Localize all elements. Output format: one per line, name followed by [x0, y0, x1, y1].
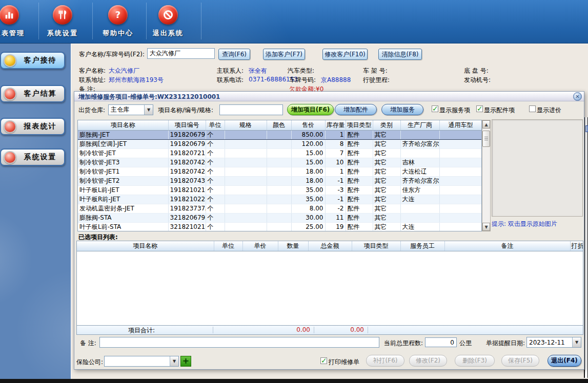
print-order-checkbox[interactable]: [320, 357, 327, 364]
column-header[interactable]: 数量: [278, 241, 308, 251]
table-row[interactable]: 膨胀阀[空调]-JET191820679E个120.008配件其它齐齐哈尔富尔: [78, 139, 482, 148]
table-cell: 配件: [346, 185, 373, 195]
column-header[interactable]: 颜色: [267, 120, 291, 130]
scrollbar-thumb[interactable]: [482, 131, 490, 147]
show-cost-checkbox[interactable]: [529, 105, 536, 112]
items-table-scrollbar[interactable]: ▲ ▼: [482, 120, 491, 231]
column-header[interactable]: 规格: [225, 120, 267, 130]
column-header[interactable]: 项目类型: [352, 241, 400, 251]
remind-date-select[interactable]: 2023-12-11 ▼: [526, 337, 581, 348]
table-row[interactable]: 发动机盖密封条-JET191823737A个8.00-2配件其它: [78, 204, 482, 213]
table-row[interactable]: 制冷软管-JET3191820742C个15.0010配件其它吉林: [78, 158, 482, 167]
add-insurance-icon[interactable]: +: [180, 356, 191, 367]
column-header[interactable]: 服务员工: [400, 241, 444, 251]
table-cell: [225, 204, 267, 213]
chevron-down-icon[interactable]: ▼: [144, 105, 153, 115]
chevron-down-icon[interactable]: ▼: [572, 337, 581, 347]
table-row[interactable]: 叶子板R前-JET191821022E个35.00-1配件其它大连: [78, 195, 482, 204]
close-icon[interactable]: ✕: [573, 92, 582, 101]
chevron-down-icon[interactable]: ▼: [170, 356, 178, 366]
odometer-input[interactable]: [425, 337, 457, 347]
toolbar-item-help[interactable]: ? 帮助中心: [90, 4, 146, 38]
table-cell: 35.00: [291, 185, 325, 195]
warehouse-label: 出货仓库:: [78, 106, 105, 115]
warehouse-select[interactable]: 主仓库 ▼: [108, 104, 153, 115]
edit-customer-button[interactable]: 修改客户(F10): [322, 49, 368, 60]
column-header[interactable]: 项目名称: [78, 120, 168, 130]
table-cell: 配件: [346, 148, 373, 158]
table-cell: [267, 139, 291, 148]
table-cell: [400, 213, 439, 222]
column-header[interactable]: 备注: [444, 241, 570, 251]
table-cell: 191820742H: [168, 167, 206, 176]
column-header[interactable]: 项目编号: [168, 120, 206, 130]
toolbar-item-exit[interactable]: 退出系统: [140, 4, 196, 38]
show-services-checkbox[interactable]: [432, 105, 438, 112]
column-header[interactable]: 单价: [242, 241, 278, 251]
column-header[interactable]: 售价: [291, 120, 325, 130]
part-image-preview[interactable]: [492, 119, 583, 217]
table-cell: 15.00: [291, 148, 325, 158]
column-header[interactable]: 单位: [206, 120, 225, 130]
table-cell: [400, 204, 439, 213]
add-service-button[interactable]: 增加服务: [381, 104, 423, 115]
reprint-button[interactable]: 补打(F6): [366, 355, 404, 367]
show-cost-label: 显示进价: [537, 106, 561, 115]
table-cell: 膨胀阀[空调]-JET: [78, 139, 168, 148]
sidebar-item-report-statistics[interactable]: 报表统计: [0, 118, 65, 135]
insurance-select[interactable]: ▼: [104, 356, 179, 367]
column-header[interactable]: 库存量: [325, 120, 346, 130]
table-cell: 配件: [346, 158, 373, 167]
table-row[interactable]: 叶子板L前-JET191821021E个35.00-3配件其它佳东方: [78, 185, 482, 195]
column-header[interactable]: 项目类型: [346, 120, 373, 130]
table-cell: [439, 204, 482, 213]
table-cell: 个: [206, 176, 225, 185]
table-row[interactable]: 制冷软管-JET191820721个15.007配件其它: [78, 148, 482, 158]
column-header[interactable]: 通用车型: [439, 120, 482, 130]
modify-button[interactable]: 修改(F2): [409, 355, 447, 367]
query-button[interactable]: 查询(F6): [218, 49, 250, 60]
toolbar-separator: [201, 3, 201, 39]
clear-info-button[interactable]: 清除信息(F8): [378, 49, 422, 60]
add-repair-item-dialog: 增加维修服务项目-维修单号:WX231212010001 ✕ 出货仓库: 主仓库…: [74, 91, 584, 370]
column-header[interactable]: 生产厂商: [400, 120, 439, 130]
scroll-down-icon[interactable]: ▼: [482, 223, 490, 231]
column-header[interactable]: 打折率: [570, 241, 583, 251]
column-header[interactable]: 类别: [373, 120, 400, 130]
table-cell: 大连: [400, 222, 439, 231]
table-row[interactable]: 制冷软管-JET1191820742H个18.001配件其它大连松辽: [78, 167, 482, 176]
table-cell: [439, 167, 482, 176]
scroll-up-icon[interactable]: ▲: [482, 120, 490, 129]
table-row[interactable]: 叶子板L前-STA321821021N个25.0019配件其它大连: [78, 222, 482, 231]
item-search-input[interactable]: [219, 104, 283, 115]
show-parts-checkbox[interactable]: [476, 105, 483, 112]
add-part-button[interactable]: 增加配件: [335, 104, 377, 115]
column-header[interactable]: 单位: [214, 241, 242, 251]
add-item-button[interactable]: 增加项目(F6): [287, 104, 334, 115]
table-row[interactable]: 膨胀阀-STA321820679B个30.0011配件其它: [78, 213, 482, 222]
save-button[interactable]: 保存(F5): [501, 355, 539, 367]
column-header[interactable]: 项目名称: [77, 241, 214, 251]
sidebar-item-customer-settlement[interactable]: 客户结算: [0, 85, 65, 102]
sidebar-item-customer-reception[interactable]: 客户接待: [0, 52, 65, 69]
table-cell: [267, 185, 291, 195]
sidebar-item-system-settings[interactable]: 系统设置: [0, 148, 65, 166]
table-row[interactable]: 膨胀阀-JET191820679个850.001配件其它: [78, 130, 482, 139]
divider: [368, 327, 368, 333]
column-header[interactable]: 总金额: [308, 241, 352, 251]
toolbar-item-reports[interactable]: 报表管理: [0, 4, 37, 38]
table-row[interactable]: 制冷软管-JET2191820743K个18.00-1配件其它齐齐哈尔富尔: [78, 176, 482, 185]
add-customer-button[interactable]: 添加客户(F7): [263, 49, 305, 60]
toolbar-item-settings[interactable]: 系统设置: [34, 4, 91, 38]
exit-button[interactable]: 退出(F4): [548, 355, 581, 367]
dialog-titlebar[interactable]: 增加维修服务项目-维修单号:WX231212010001 ✕: [74, 92, 584, 101]
table-cell: 膨胀阀-STA: [78, 213, 168, 222]
total-amount-value: 0.00: [313, 326, 364, 333]
delete-button[interactable]: 删除(F3): [455, 355, 495, 367]
table-cell: 120.00: [291, 139, 325, 148]
show-parts-label: 显示配件项: [484, 106, 515, 115]
customer-search-input[interactable]: [147, 48, 215, 59]
dialog-note-input[interactable]: [99, 337, 379, 348]
table-cell: -1: [325, 195, 346, 204]
table-cell: 个: [206, 213, 225, 222]
